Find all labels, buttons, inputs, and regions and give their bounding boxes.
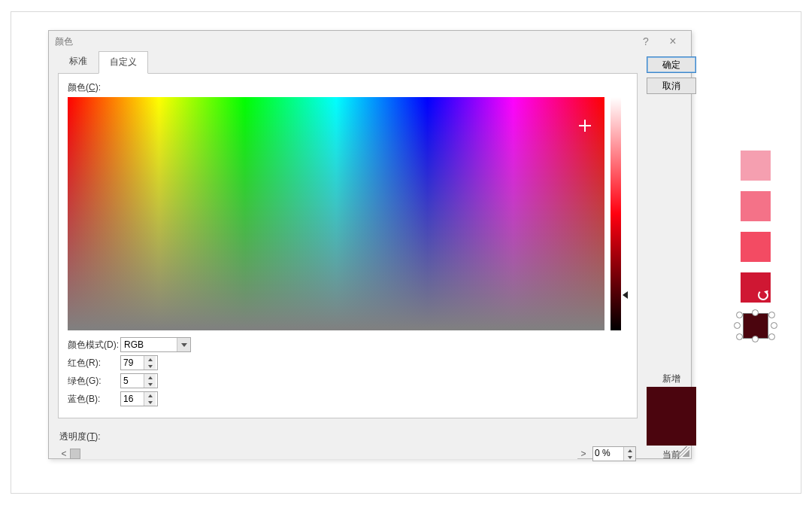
green-spin-down[interactable]: [144, 381, 156, 388]
refresh-icon: [758, 290, 768, 300]
custom-panel: 颜色(C): 颜色模式(D): RGB 红色(R):: [58, 74, 638, 418]
red-label: 红色(R):: [68, 357, 120, 370]
blue-spin-up[interactable]: [144, 392, 156, 399]
left-pane: 标准 自定义 颜色(C): 颜色模式(D): RGB 红色(R):: [49, 52, 647, 469]
mode-label: 颜色模式(D):: [68, 339, 120, 351]
tab-standard[interactable]: 标准: [58, 50, 98, 73]
blue-input[interactable]: [120, 391, 158, 406]
red-field[interactable]: [121, 356, 144, 370]
tablist: 标准 自定义: [58, 50, 638, 74]
tab-custom[interactable]: 自定义: [98, 51, 148, 74]
color-mode-select[interactable]: RGB: [120, 337, 191, 352]
picker-crosshair-icon: [579, 120, 591, 132]
handle-icon[interactable]: [736, 333, 743, 340]
swatch-2[interactable]: [741, 191, 771, 221]
handle-icon[interactable]: [752, 336, 759, 342]
luminance-arrow-icon: [623, 291, 628, 299]
chevron-left-icon[interactable]: <: [59, 449, 68, 459]
new-label: 新增: [647, 373, 696, 385]
blue-spin-down[interactable]: [144, 399, 156, 406]
transparency-thumb[interactable]: [70, 449, 80, 459]
handle-icon[interactable]: [736, 312, 743, 318]
handle-icon[interactable]: [734, 322, 741, 329]
ok-button[interactable]: 确定: [647, 56, 696, 73]
red-spin-up[interactable]: [144, 356, 156, 363]
cancel-button[interactable]: 取消: [647, 78, 696, 94]
luminance-slider[interactable]: [611, 97, 621, 330]
green-label: 绿色(G):: [68, 375, 120, 388]
hue-sat-picker[interactable]: [68, 97, 604, 330]
green-input[interactable]: [120, 373, 158, 388]
close-button[interactable]: ×: [659, 32, 686, 50]
dialog-title: 颜色: [55, 35, 632, 48]
preview-swatch: [647, 387, 696, 446]
green-field[interactable]: [121, 374, 144, 388]
transparency-input[interactable]: 0 %: [592, 446, 636, 461]
transparency-slider[interactable]: < >: [59, 449, 588, 459]
handle-icon[interactable]: [752, 309, 759, 316]
swatch-4[interactable]: [741, 272, 771, 303]
green-spin-up[interactable]: [144, 374, 156, 381]
chevron-right-icon[interactable]: >: [579, 449, 588, 459]
right-pane: 确定 取消 新增 当前: [647, 52, 704, 469]
swatch-1[interactable]: [741, 151, 771, 181]
trans-spin-down[interactable]: [624, 454, 635, 461]
handle-icon[interactable]: [771, 322, 777, 329]
chevron-down-icon: [177, 338, 190, 351]
swatch-3[interactable]: [741, 232, 771, 262]
trans-spin-up[interactable]: [624, 447, 635, 454]
color-dialog: 颜色 ? × 标准 自定义 颜色(C): 颜色模式(D): RGB: [48, 30, 692, 459]
blue-field[interactable]: [121, 392, 144, 406]
red-input[interactable]: [120, 355, 158, 370]
handle-icon[interactable]: [768, 333, 775, 340]
selected-swatch[interactable]: [738, 313, 774, 339]
blue-label: 蓝色(B):: [68, 393, 120, 406]
help-button[interactable]: ?: [632, 32, 659, 50]
swatch-column: [726, 151, 786, 339]
color-field-label: 颜色(C):: [68, 81, 628, 94]
handle-icon[interactable]: [768, 312, 775, 318]
titlebar[interactable]: 颜色 ? ×: [49, 31, 691, 52]
transparency-label: 透明度(T):: [59, 430, 636, 443]
resize-grip-icon[interactable]: [679, 446, 689, 457]
red-spin-down[interactable]: [144, 363, 156, 370]
